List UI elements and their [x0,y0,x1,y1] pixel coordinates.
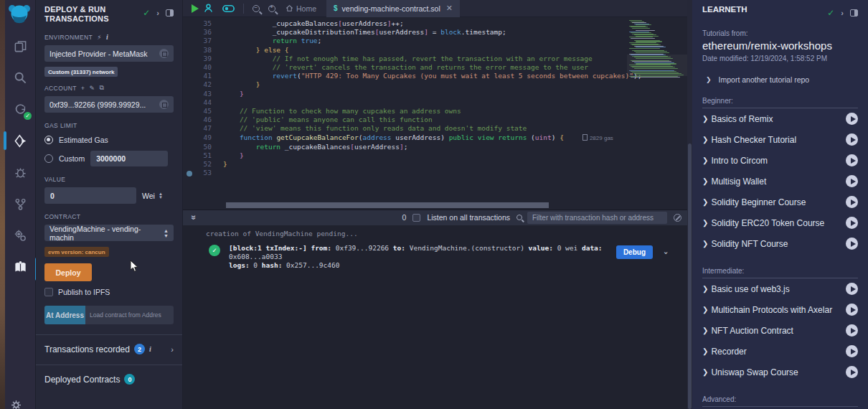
tutorial-item[interactable]: ❯Basics of Remix [702,108,858,129]
code-line[interactable]: 37 return true; [183,37,627,45]
deploy-button[interactable]: Deploy [44,263,92,281]
line-number[interactable]: 43 [183,90,223,98]
account-copy-icon[interactable] [159,100,169,109]
line-number[interactable]: 42 [183,80,223,89]
editor-minimap[interactable] [627,17,687,202]
tutorial-item[interactable]: ❯Solidity ERC20 Token Course [702,212,858,233]
horizontal-scrollbar[interactable] [183,202,687,210]
play-tutorial-icon[interactable] [846,304,858,316]
line-number[interactable]: 36 [183,28,223,37]
play-tutorial-icon[interactable] [846,366,858,378]
code-line[interactable]: 45 // Function to check how many cupcake… [183,107,627,116]
line-number[interactable]: 45 [183,107,223,116]
tutorial-item[interactable]: ❯Multisig Wallet [702,171,858,192]
line-number[interactable]: 52 [183,160,223,169]
play-tutorial-icon[interactable] [846,175,858,187]
code-line[interactable]: 49 function getCupcakeBalanceFor(address… [183,133,627,143]
learneth-pin-icon[interactable] [850,9,858,17]
at-address-input[interactable] [85,306,174,324]
transactions-recorded-row[interactable]: Transactions recorded 2 i › [44,344,174,354]
solidity-compiler-icon[interactable]: ✓ [5,93,36,125]
value-unit-select[interactable]: Wei ▲▼ [142,192,163,200]
code-editor[interactable]: 35 _cupcakeBalances[userAddress]++;36 _c… [183,17,687,202]
line-number[interactable]: 44 [183,98,223,107]
expand-tx-icon[interactable]: › [661,250,671,255]
copy-account-icon[interactable]: ⧉ [99,84,104,92]
play-tutorial-icon[interactable] [846,154,858,166]
environment-info-icon[interactable]: i [106,33,108,41]
line-number[interactable]: 38 [183,46,223,55]
horizontal-scrollbar-thumb[interactable] [226,202,549,208]
publish-ipfs-option[interactable]: Publish to IPFS [44,288,174,296]
plugin-manager-icon[interactable] [5,220,36,251]
tutorial-item[interactable]: ❯Recorder [702,341,858,362]
play-tutorial-icon[interactable] [846,238,858,250]
code-line[interactable]: 36 _cupcakeDistributionTimes[userAddress… [183,28,627,37]
play-tutorial-icon[interactable] [846,217,858,229]
play-tutorial-icon[interactable] [846,133,858,146]
transactions-info-icon[interactable]: i [149,345,151,353]
code-line[interactable]: 44 [183,98,627,107]
code-line[interactable]: 52} [183,160,627,169]
transactions-expand-icon[interactable]: › [171,345,174,354]
deployed-contracts-row[interactable]: Deployed Contracts 0 [44,374,174,385]
gas-custom-input[interactable] [90,151,168,166]
play-tutorial-icon[interactable] [846,283,858,295]
code-line[interactable]: 53 [183,169,627,177]
edit-account-icon[interactable]: ✎ [89,85,95,92]
tx-log-line[interactable]: [block:1 txIndex:-] from: 0xf39...92266 … [229,244,605,270]
code-line[interactable]: 43 } [183,90,627,98]
zoom-in-icon[interactable]: + [268,5,275,12]
line-number[interactable]: 40 [183,63,223,72]
code-line[interactable]: 50 return _cupcakeBalances[userAddress]; [183,143,627,151]
gas-estimated-option[interactable]: Estimated Gas [44,136,174,144]
line-number[interactable]: 35 [183,19,223,28]
learneth-icon[interactable] [5,251,36,283]
tutorial-item[interactable]: ❯NFT Auction Contract [702,320,858,341]
gas-custom-option[interactable]: Custom [44,151,174,166]
plug-icon[interactable]: ⚡ [97,34,102,41]
tutorial-item[interactable]: ❯Basic use of web3.js [702,278,858,299]
clear-terminal-icon[interactable] [674,214,681,222]
play-tutorial-icon[interactable] [846,345,858,357]
listen-all-checkbox[interactable] [412,214,420,222]
close-tab-icon[interactable]: ✕ [446,4,453,13]
code-line[interactable]: 42 } [183,80,627,89]
code-line[interactable]: 35 _cupcakeBalances[userAddress]++; [183,19,627,28]
import-tutorial-repo[interactable]: ❯ Import another tutorial repo [702,75,858,84]
zoom-out-icon[interactable]: – [253,5,260,12]
environment-copy-icon[interactable] [159,49,169,58]
expand-panel-icon[interactable]: › [156,9,159,17]
gas-estimated-radio[interactable] [44,136,53,144]
line-number[interactable]: 47 [183,124,223,133]
home-tab[interactable]: Home [286,4,316,13]
tutorial-item[interactable]: ❯Hash Checker Tutorial [702,129,858,150]
publish-ipfs-checkbox[interactable] [44,288,53,296]
line-number[interactable]: 39 [183,55,223,63]
code-line[interactable]: 41 revert("HTTP 429: Too Many Cupcakes (… [183,72,627,80]
tutorial-item[interactable]: ❯Intro to Circom [702,150,858,171]
file-explorer-icon[interactable] [5,30,36,62]
environment-select[interactable]: Injected Provider - MetaMask [44,45,174,62]
expand-terminal-icon[interactable]: » [189,215,199,220]
line-number[interactable]: 50 [183,143,223,151]
vertical-scrollbar-thumb[interactable] [688,144,692,409]
add-account-icon[interactable]: + [81,85,85,92]
code-line[interactable]: 46 // 'public' means anyone can call thi… [183,116,627,124]
terminal-filter-input[interactable] [527,212,667,224]
tutorial-item[interactable]: ❯Uniswap Swap Course [702,362,858,382]
line-number[interactable]: 49 [183,133,223,143]
run-script-icon[interactable] [192,4,199,13]
code-line[interactable]: 51 } [183,151,627,160]
search-icon[interactable] [5,62,36,93]
deploy-run-icon[interactable] [5,125,36,156]
line-number[interactable]: 51 [183,151,223,160]
settings-gear-icon[interactable] [10,399,22,409]
at-address-button[interactable]: At Address [44,306,85,324]
code-line[interactable]: 40 // 'revert' cancels the transaction a… [183,63,627,72]
value-input[interactable] [44,187,136,204]
contract-select[interactable]: VendingMachine - vending-machin ▲▼ [44,225,174,241]
remixd-user-icon[interactable] [203,3,214,14]
learneth-expand-icon[interactable]: › [841,9,844,17]
theme-toggle-icon[interactable] [222,4,235,13]
